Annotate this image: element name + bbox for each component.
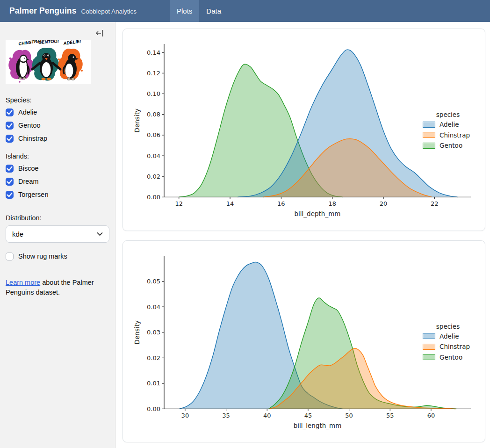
svg-text:18: 18	[328, 200, 336, 207]
svg-text:0.01: 0.01	[147, 380, 160, 387]
checkbox-gentoo[interactable]: Gentoo	[6, 119, 109, 132]
bill-length-legend: speciesAdelieChinstrapGentoo	[423, 323, 473, 364]
chevron-down-icon	[97, 232, 103, 236]
checkbox-biscoe[interactable]: Biscoe	[6, 162, 109, 175]
bill-depth-legend: speciesAdelieChinstrapGentoo	[423, 111, 473, 152]
legend-label: Gentoo	[440, 142, 462, 149]
main-content: 1214161820220.000.020.040.060.080.100.12…	[115, 22, 490, 448]
svg-text:0.14: 0.14	[147, 49, 160, 56]
legend-label: Gentoo	[440, 354, 462, 361]
checkbox-label: Torgersen	[18, 191, 48, 198]
svg-text:0.03: 0.03	[147, 329, 160, 336]
dream-checkbox-icon[interactable]	[6, 178, 14, 186]
checkbox-label: Biscoe	[18, 165, 39, 172]
checkbox-dream[interactable]: Dream	[6, 175, 109, 188]
adelie-checkbox-icon[interactable]	[6, 108, 14, 116]
svg-text:0.10: 0.10	[147, 90, 160, 97]
svg-text:0.06: 0.06	[147, 131, 160, 138]
svg-text:Density: Density	[133, 320, 141, 344]
legend-entry-adelie: Adelie	[423, 332, 473, 340]
checkbox-label: Show rug marks	[18, 253, 67, 260]
svg-text:Density: Density	[133, 108, 141, 132]
bill-depth-card: 1214161820220.000.020.040.060.080.100.12…	[122, 29, 485, 231]
chinstrap-checkbox-icon[interactable]	[6, 135, 14, 143]
legend-swatch	[423, 132, 435, 138]
legend-swatch	[423, 122, 435, 128]
checkbox-label: Dream	[18, 178, 39, 185]
gentoo-checkbox-icon[interactable]	[6, 122, 14, 130]
torgersen-checkbox-icon[interactable]	[6, 191, 14, 199]
about-text: Learn more about the Palmer Penguins dat…	[6, 278, 106, 298]
svg-text:22: 22	[431, 200, 439, 207]
tab-plots[interactable]: Plots	[170, 0, 199, 22]
checkbox-rug-marks[interactable]: Show rug marks	[6, 250, 109, 263]
legend-swatch	[423, 344, 435, 350]
islands-label: Islands:	[6, 152, 109, 160]
legend-label: Chinstrap	[440, 131, 470, 139]
checkbox-torgersen[interactable]: Torgersen	[6, 188, 109, 201]
legend-swatch	[423, 333, 435, 339]
distribution-selected-value: kde	[12, 230, 23, 238]
svg-text:0.02: 0.02	[147, 354, 160, 361]
legend-title: species	[423, 111, 473, 118]
app-brand: Palmer Penguins Cobblepot Analytics	[0, 6, 137, 16]
svg-text:45: 45	[304, 412, 312, 419]
legend-entry-adelie: Adelie	[423, 121, 473, 128]
svg-text:0.12: 0.12	[147, 70, 160, 77]
checkbox-label: Gentoo	[18, 122, 41, 129]
species-label: Species:	[6, 96, 109, 104]
svg-text:14: 14	[226, 200, 234, 207]
legend-entry-chinstrap: Chinstrap	[423, 343, 473, 350]
legend-entry-gentoo: Gentoo	[423, 142, 473, 149]
svg-text:bill_depth_mm: bill_depth_mm	[295, 210, 341, 217]
checkbox-label: Chinstrap	[18, 135, 47, 142]
bill-length-card: 303540455055600.000.010.020.030.040.05bi…	[122, 240, 485, 443]
svg-text:0.02: 0.02	[147, 173, 160, 180]
distribution-select[interactable]: kde	[6, 225, 109, 243]
checkbox-chinstrap[interactable]: Chinstrap	[6, 132, 109, 145]
penguins-artwork: CHINSTRAP! GENTOO! ADÉLIE!	[6, 40, 91, 84]
distribution-label: Distribution:	[6, 214, 109, 222]
navbar: Palmer Penguins Cobblepot Analytics Plot…	[0, 0, 490, 22]
app-subtitle: Cobblepot Analytics	[81, 8, 137, 15]
svg-text:30: 30	[181, 412, 189, 419]
svg-text:0.04: 0.04	[147, 152, 160, 159]
legend-label: Adelie	[440, 332, 459, 340]
app-title: Palmer Penguins	[9, 6, 77, 16]
biscoe-checkbox-icon[interactable]	[6, 165, 14, 173]
islands-checkbox-group: Biscoe Dream Torgersen	[6, 162, 109, 201]
svg-text:35: 35	[222, 412, 230, 419]
checkbox-label: Adelie	[18, 108, 37, 116]
svg-text:16: 16	[277, 200, 285, 207]
tab-data[interactable]: Data	[199, 0, 228, 22]
svg-text:55: 55	[386, 412, 394, 419]
svg-text:0.00: 0.00	[147, 194, 160, 201]
sidebar: CHINSTRAP! GENTOO! ADÉLIE! Species: Adel…	[0, 22, 115, 448]
svg-text:20: 20	[380, 200, 388, 207]
svg-text:0.00: 0.00	[147, 405, 160, 412]
nav-tabs: Plots Data	[170, 0, 228, 22]
legend-entry-chinstrap: Chinstrap	[423, 131, 473, 139]
rug-checkbox-icon[interactable]	[6, 253, 14, 260]
legend-swatch	[423, 354, 435, 360]
svg-text:0.08: 0.08	[147, 111, 160, 118]
svg-text:12: 12	[175, 200, 183, 207]
svg-text:bill_length_mm: bill_length_mm	[294, 422, 342, 429]
svg-text:0.04: 0.04	[147, 303, 160, 310]
svg-text:0.05: 0.05	[147, 278, 160, 285]
svg-text:50: 50	[345, 412, 353, 419]
legend-swatch	[423, 143, 435, 149]
legend-label: Adelie	[440, 121, 459, 128]
sidebar-collapse-icon[interactable]	[95, 29, 104, 38]
species-checkbox-group: Adelie Gentoo Chinstrap	[6, 106, 109, 145]
checkbox-adelie[interactable]: Adelie	[6, 106, 109, 119]
legend-title: species	[423, 323, 473, 330]
legend-label: Chinstrap	[440, 343, 470, 350]
svg-text:60: 60	[427, 412, 435, 419]
legend-entry-gentoo: Gentoo	[423, 354, 473, 361]
learn-more-link[interactable]: Learn more	[6, 279, 40, 286]
svg-text:40: 40	[263, 412, 271, 419]
